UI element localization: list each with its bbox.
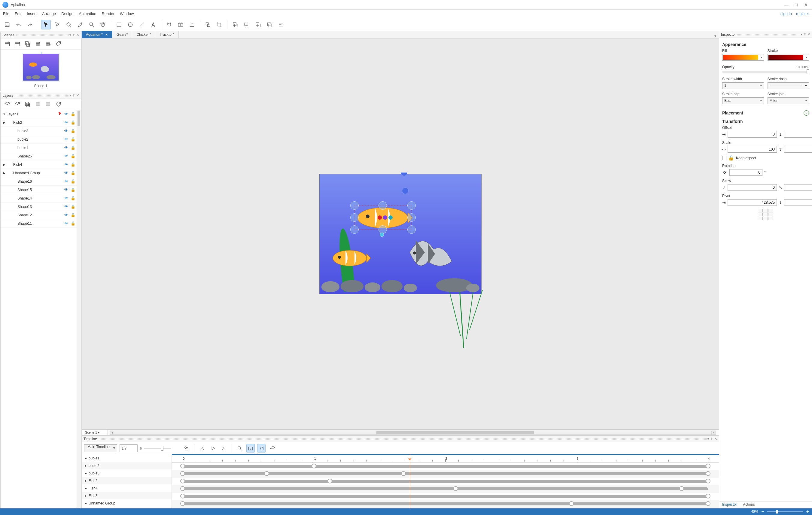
layer-down-button[interactable] xyxy=(45,101,52,108)
inspector-tab[interactable]: Inspector xyxy=(719,502,740,508)
menu-arrange[interactable]: Arrange xyxy=(42,11,56,16)
signin-link[interactable]: sign in xyxy=(780,11,792,16)
window-maximize[interactable]: □ xyxy=(795,2,798,7)
selection-handle[interactable] xyxy=(407,225,416,234)
lock-icon[interactable]: 🔒 xyxy=(70,196,76,200)
magnet-tool[interactable] xyxy=(164,20,174,29)
document-tab[interactable]: Gears* xyxy=(112,31,132,38)
tabs-overflow[interactable]: ▾ xyxy=(712,34,719,38)
visibility-icon[interactable]: 👁 xyxy=(64,145,68,150)
expand-icon[interactable]: ▶ xyxy=(85,479,87,482)
add-layer-button[interactable] xyxy=(4,101,11,108)
layer-row[interactable]: buble3👁🔒 xyxy=(1,127,81,135)
panel-pin-icon[interactable]: ⇧ xyxy=(804,32,806,36)
keyframe[interactable] xyxy=(264,471,269,476)
direct-select-tool[interactable] xyxy=(53,20,62,29)
menu-design[interactable]: Design xyxy=(61,11,73,16)
panel-pin-icon[interactable]: ⇧ xyxy=(710,437,713,441)
text-tool[interactable] xyxy=(148,20,158,29)
lock-icon[interactable]: 🔒 xyxy=(70,137,76,142)
expand-icon[interactable]: ▶ xyxy=(2,172,6,175)
expand-icon[interactable]: ▶ xyxy=(85,472,87,475)
document-tab[interactable]: Tracktor* xyxy=(155,31,178,38)
panel-dropdown-icon[interactable]: ▾ xyxy=(801,32,802,36)
group-tool[interactable] xyxy=(203,20,213,29)
crop-tool[interactable] xyxy=(214,20,224,29)
scene-thumbnail[interactable] xyxy=(23,54,59,81)
layer-row[interactable]: buble1👁🔒 xyxy=(1,144,81,152)
pivot-x-input[interactable] xyxy=(728,199,777,206)
exclude-tool[interactable] xyxy=(265,20,274,29)
scale-x-input[interactable] xyxy=(728,146,777,153)
layer-row[interactable]: Shape13👁🔒 xyxy=(1,202,81,211)
timeline-track[interactable] xyxy=(172,478,719,485)
layer-row[interactable]: ▼Layer 1👁🔒 xyxy=(1,110,81,118)
zoom-tool[interactable] xyxy=(87,20,96,29)
layer-row[interactable]: ▶Unnamed Group👁🔒 xyxy=(1,169,81,177)
lock-icon[interactable]: 🔒 xyxy=(70,154,76,159)
goto-end-button[interactable] xyxy=(220,444,228,453)
panel-pin-icon[interactable]: ⇧ xyxy=(72,93,75,97)
rectangle-tool[interactable] xyxy=(114,20,124,29)
zoom-in-button[interactable]: + xyxy=(806,509,809,514)
fill-tool[interactable] xyxy=(64,20,74,29)
actions-tab[interactable]: Actions xyxy=(740,502,758,508)
play-button[interactable] xyxy=(209,444,217,453)
timeline-track[interactable] xyxy=(172,463,719,470)
visibility-icon[interactable]: 👁 xyxy=(64,221,68,226)
canvas[interactable] xyxy=(319,174,482,294)
pivot-y-input[interactable] xyxy=(784,199,812,206)
scene-tag-button[interactable] xyxy=(55,40,62,48)
lock-icon[interactable]: 🔒 xyxy=(70,162,76,167)
timeline-row[interactable]: ▶Fish4 xyxy=(82,484,172,492)
pivot-handle[interactable] xyxy=(380,233,384,237)
duplicate-layer-button[interactable]: ×2 xyxy=(24,101,31,108)
visibility-icon[interactable]: 👁 xyxy=(64,171,68,175)
zoom-out-button[interactable]: − xyxy=(761,509,764,514)
panel-dropdown-icon[interactable]: ▾ xyxy=(69,33,71,37)
expand-icon[interactable]: ▶ xyxy=(85,464,87,467)
layer-row[interactable]: Shape15👁🔒 xyxy=(1,186,81,194)
document-tab[interactable]: Aquarium*✕ xyxy=(82,31,112,38)
keyframe[interactable] xyxy=(706,471,710,476)
selection-handle[interactable] xyxy=(378,201,387,210)
expand-icon[interactable]: ▶ xyxy=(85,487,87,490)
timeline-row[interactable]: ▶Fish2 xyxy=(82,477,172,484)
layer-row[interactable]: Shape11👁🔒 xyxy=(1,219,81,228)
timeline-zoomout-button[interactable] xyxy=(235,444,244,453)
timeline-time-input[interactable] xyxy=(120,445,138,452)
expand-icon[interactable]: ▶ xyxy=(2,121,6,124)
timeline-row[interactable]: ▶buble1 xyxy=(82,454,172,462)
skew-y-input[interactable] xyxy=(784,184,812,191)
lock-icon[interactable]: 🔒 xyxy=(70,171,76,175)
scene-up-button[interactable] xyxy=(34,40,41,48)
delete-scene-button[interactable] xyxy=(14,40,21,48)
lock-icon[interactable]: 🔒 xyxy=(70,188,76,192)
expand-icon[interactable]: ▼ xyxy=(2,113,6,116)
visibility-icon[interactable]: 👁 xyxy=(64,162,68,167)
offset-y-input[interactable] xyxy=(784,131,812,138)
expand-icon[interactable]: ▶ xyxy=(85,502,87,505)
visibility-icon[interactable]: 👁 xyxy=(64,213,68,217)
save-button[interactable] xyxy=(2,20,12,29)
timeline-reverse-button[interactable] xyxy=(268,444,277,453)
selection-handle[interactable] xyxy=(350,225,359,234)
visibility-icon[interactable]: 👁 xyxy=(64,137,68,142)
keyframe[interactable] xyxy=(706,464,710,468)
layer-row[interactable]: Shape14👁🔒 xyxy=(1,194,81,202)
visibility-icon[interactable]: 👁 xyxy=(64,196,68,200)
opacity-slider[interactable] xyxy=(722,71,809,73)
eyedropper-tool[interactable] xyxy=(76,20,85,29)
menu-edit[interactable]: Edit xyxy=(15,11,21,16)
layer-row[interactable]: Shape16👁🔒 xyxy=(1,177,81,186)
delete-layer-button[interactable] xyxy=(14,101,21,108)
lock-icon[interactable]: 🔒 xyxy=(70,179,76,183)
layer-up-button[interactable] xyxy=(34,101,41,108)
menu-file[interactable]: File xyxy=(3,11,9,16)
visibility-icon[interactable]: 👁 xyxy=(64,179,68,183)
panel-close-icon[interactable]: ✕ xyxy=(76,93,79,97)
timeline-track[interactable] xyxy=(172,485,719,493)
timeline-track[interactable] xyxy=(172,508,719,508)
layers-scrollbar[interactable] xyxy=(77,110,81,508)
selection-handle[interactable] xyxy=(407,213,416,222)
